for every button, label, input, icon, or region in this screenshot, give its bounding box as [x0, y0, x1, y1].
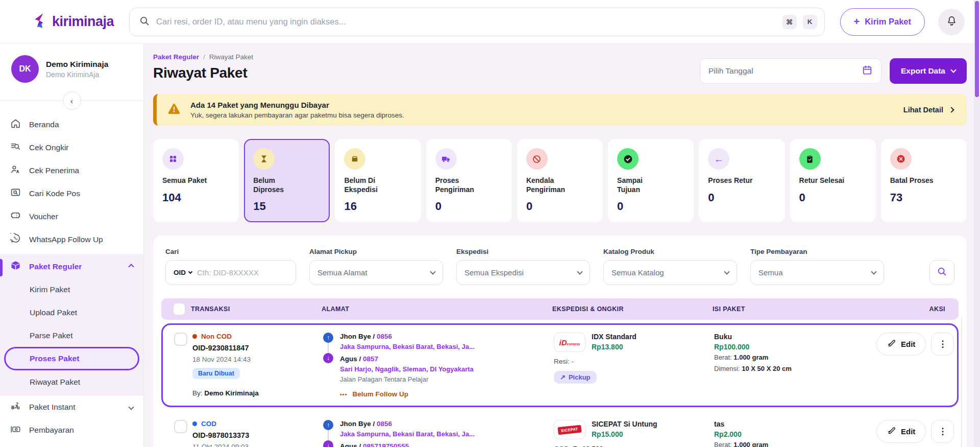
status-card-belum-diproses[interactable]: Belum Diproses 15 [244, 139, 330, 222]
sidebar-item-riwayat-paket[interactable]: Riwayat Paket [0, 370, 143, 393]
table-header: TRANSAKSI ALAMAT EKSPEDISI & ONGKIR ISI … [161, 298, 959, 320]
status-card-kendala-pengiriman[interactable]: Kendala Pengiriman 0 [517, 139, 603, 222]
active-group-indicator [0, 259, 3, 276]
grid-icon [162, 148, 184, 170]
alamat-pickup-select[interactable]: Semua Alamat [309, 260, 443, 285]
filter-search-button[interactable] [929, 260, 954, 285]
edit-button[interactable]: Edit [876, 420, 926, 443]
chevron-right-icon [948, 107, 954, 112]
date-input[interactable] [708, 66, 856, 76]
bell-icon [946, 15, 958, 29]
receiver-address-detail: Jalan Palagan Tentara Pelajar [340, 375, 554, 383]
sidebar-item-parse-paket[interactable]: Parse Paket [0, 324, 143, 347]
sidebar-item-cek-ongkir[interactable]: Cek Ongkir [0, 136, 143, 159]
sidebar-group-paket-reguler: Paket Reguler Kirim Paket Upload Paket P… [0, 254, 143, 395]
status-card-semua-paket[interactable]: Semua Paket 104 [153, 139, 239, 222]
scrollbar-thumb[interactable] [975, 1, 979, 97]
search-input[interactable] [156, 17, 776, 27]
status-card-sampai-tujuan[interactable]: Sampai Tujuan 0 [608, 139, 694, 222]
sidebar-item-kirim-paket[interactable]: Kirim Paket [0, 278, 143, 301]
sidebar-item-paket-reguler[interactable]: Paket Reguler [0, 255, 143, 278]
calendar-icon [862, 64, 873, 78]
receiver-name: Agus / 0857 [340, 355, 554, 363]
payment-dot-icon [192, 421, 197, 426]
order-datetime: 18 Nov 2024 14:43 [192, 356, 323, 363]
sender-area-link[interactable]: Jaka Sampurna, Bekasi Barat, Bekasi, Ja.… [340, 343, 554, 350]
kirim-paket-button[interactable]: + Kirim Paket [840, 8, 925, 36]
status-badge: Baru Dibuat [192, 368, 240, 379]
idexpress-logo: iDEXPRESS [554, 333, 585, 352]
sidebar-item-voucher[interactable]: Voucher [0, 205, 143, 228]
notification-button[interactable] [938, 9, 965, 35]
breadcrumb-paket-reguler[interactable]: Paket Reguler [153, 53, 199, 61]
payment-dot-icon [192, 334, 197, 339]
status-card-belum-di-ekspedisi[interactable]: Belum Di Ekspedisi 16 [335, 139, 421, 222]
item-weight: Berat: 1.000 gram [714, 440, 803, 447]
kebab-menu-button[interactable]: ⋮ [931, 333, 954, 356]
page-scrollbar[interactable] [974, 0, 980, 447]
row-checkbox[interactable] [174, 333, 187, 346]
courier-price: Rp13.800 [592, 343, 636, 351]
search-icon [937, 266, 947, 279]
sidebar-item-beranda[interactable]: Beranda [0, 113, 143, 136]
order-id: OID-9878013373 [192, 431, 323, 439]
sender-area-link[interactable]: Jaka Sampurna, Bekasi Barat, Bekasi, Ja.… [340, 430, 554, 438]
ticket-icon [10, 210, 21, 223]
receiver-area-link[interactable]: Sari Harjo, Ngaglik, Sleman, DI Yogyakar… [340, 365, 554, 373]
sidebar-item-cari-kode-pos[interactable]: Cari Kode Pos [0, 182, 143, 205]
arrow-left-icon: ← [708, 148, 729, 170]
filters: Cari OID Alamat Pickup Semua Alamat [161, 248, 959, 285]
select-all-checkbox[interactable] [173, 302, 186, 316]
sidebar-item-proses-paket[interactable]: Proses Paket [4, 347, 139, 370]
receiver-name: Agus / 085719750555 [340, 442, 554, 447]
home-icon [10, 118, 21, 131]
status-card-proses-retur[interactable]: ← Proses Retur 0 [699, 139, 785, 222]
sicepat-logo: SICEPAT [554, 420, 585, 439]
kiriminaja-logo[interactable]: kiriminaja [32, 12, 114, 32]
tipe-pembayaran-select[interactable]: Semua [750, 260, 884, 285]
check-circle-icon [617, 148, 639, 170]
kebab-menu-button[interactable]: ⋮ [931, 420, 954, 443]
order-id-search-input[interactable] [197, 268, 288, 277]
sidebar-item-pembayaran[interactable]: Pembayaran [0, 418, 143, 441]
sender-name: Jhon Bye / 0856 [340, 333, 554, 340]
edit-button[interactable]: Edit [876, 333, 926, 356]
ekspedisi-select[interactable]: Semua Ekspedisi [456, 260, 590, 285]
courier-service: SICEPAT Si Untung [592, 420, 657, 428]
package-box-icon [10, 260, 21, 273]
lihat-detail-link[interactable]: Lihat Detail [903, 106, 953, 114]
global-search[interactable]: ⌘ K [129, 8, 824, 36]
export-data-button[interactable]: Export Data [890, 58, 967, 84]
logo-wordmark: kiriminaja [52, 14, 114, 30]
pencil-icon [887, 426, 896, 437]
pending-payment-banner: Ada 14 Paket yang Menunggu Dibayar Yuk, … [153, 94, 967, 126]
payment-type: COD [192, 420, 323, 428]
follow-up-status[interactable]: ••• Belum Follow Up [323, 390, 554, 398]
sidebar-item-cek-penerima[interactable]: Cek Penerima [0, 159, 143, 182]
status-card-batal-proses[interactable]: Batal Proses 73 [881, 139, 967, 222]
table-row: COD OID-9878013373 11 Okt 2024 09:03 ↑ ↓… [161, 411, 959, 447]
item-name: tas [714, 420, 876, 428]
row-checkbox[interactable] [174, 420, 187, 433]
sidebar-item-upload-paket[interactable]: Upload Paket [0, 301, 143, 324]
payment-type: Non COD [192, 333, 323, 340]
sidebar-collapse-button[interactable]: ‹ [63, 91, 81, 110]
pickup-badge[interactable]: ↗ Pickup [554, 371, 597, 384]
item-dimension: Dimensi: 10 X 50 X 20 cm [714, 364, 803, 373]
warning-icon [167, 102, 181, 118]
sidebar-item-whatsapp-follow-up[interactable]: WhatsApp Follow Up [0, 228, 143, 251]
kiriminaja-logo-icon [32, 12, 49, 32]
date-filter[interactable] [700, 58, 881, 84]
katalog-produk-select[interactable]: Semua Katalog [603, 260, 737, 285]
shortcut-k-key: K [803, 15, 817, 29]
chevron-down-icon [724, 269, 729, 274]
user-profile[interactable]: DK Demo Kiriminaja Demo KiriminAja [0, 55, 143, 83]
shortcut-cmd-key: ⌘ [782, 15, 797, 29]
status-card-retur-selesai[interactable]: Retur Selesai 0 [790, 139, 876, 222]
status-card-proses-pengiriman[interactable]: Proses Pengiriman 0 [426, 139, 512, 222]
resi-number: Resi: - [554, 358, 714, 365]
search-type-dropdown[interactable]: OID [174, 269, 192, 276]
sidebar-item-paket-instant[interactable]: Paket Instant [0, 395, 143, 418]
cari-input-group: OID [165, 260, 296, 285]
ban-icon [526, 148, 548, 170]
